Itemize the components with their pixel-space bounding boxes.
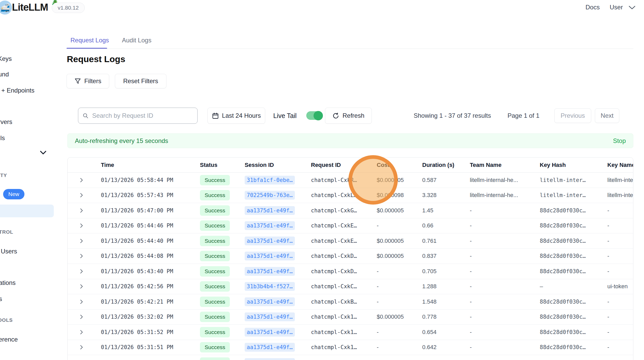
cell-duration: 0.642 [422,344,470,351]
table-row[interactable]: 01/13/2026 05:31:52 PMSuccessaa1375d1-e4… [68,325,633,340]
time-range-label: Last 24 Hours [222,112,261,119]
cell-request-id: chatcmpl-Cxk1… [311,344,377,350]
filter-icon [74,78,81,84]
cell-key-hash: litellm-inter… [540,177,607,183]
cell-team-name: - [470,207,540,214]
status-badge: Success [200,312,230,322]
user-caret-icon[interactable] [628,5,636,10]
session-id-link[interactable]: aa1375d1-e49f… [245,343,295,352]
session-id-link[interactable]: aa1375d1-e49f… [245,206,295,215]
cell-key-name: - [607,329,633,336]
top-bar: 🚅 LiteLLM 🎄 v1.80.12 Docs User [0,0,644,15]
user-menu[interactable]: User [610,4,623,11]
reset-filters-button[interactable]: Reset Filters [115,74,166,88]
search-input[interactable] [92,112,193,120]
docs-link[interactable]: Docs [586,4,600,11]
table-row[interactable]: 01/13/2026 05:44:08 PMSuccessaa1375d1-e4… [68,249,633,264]
cell-request-id: chatcmpl-CxkE… [311,222,377,229]
session-id-link[interactable]: aa1375d1-e49f… [245,297,295,306]
expand-row-button[interactable] [68,177,101,183]
previous-page-button[interactable]: Previous [554,108,591,123]
sidebar-item-playground[interactable]: und [0,71,9,78]
col-cost: Cost [377,162,422,168]
expand-row-button[interactable] [68,314,101,320]
expand-row-icon [78,253,84,259]
cell-session-id: aa1375d1-e49f… [245,206,311,215]
session-id-link[interactable]: 7022549b-763e… [245,191,295,200]
refresh-button[interactable]: Refresh [325,108,372,124]
table-row[interactable]: 01/13/2026 05:31:51 PMSuccessaa1375d1-e4… [68,340,633,355]
sidebar-item-keys[interactable]: Keys [0,55,12,62]
expand-row-button[interactable] [68,207,101,214]
cell-key-hash: 88dc28d0f030c… [540,238,607,244]
sidebar-item-selected-logs[interactable] [0,205,54,217]
cell-request-id: chatcmpl-CxkC… [311,283,377,290]
page-indicator: Page 1 of 1 [508,112,539,119]
expand-row-button[interactable] [68,283,101,290]
next-page-button[interactable]: Next [595,108,619,123]
cell-cost: - [377,222,422,229]
cell-cost: - [377,298,422,305]
cell-key-hash: 88dc28d0f030c… [540,207,607,214]
table-row[interactable]: 01/13/2026 05:44:40 PMSuccessaa1375d1-e4… [68,233,633,249]
table-row[interactable]: 01/13/2026 05:43:40 PMSuccessaa1375d1-e4… [68,264,633,279]
cell-key-hash: 88dc28d0f030c… [540,268,607,274]
auto-refresh-banner: Auto-refreshing every 15 seconds Stop [67,133,633,148]
cell-duration: 1.548 [422,298,470,305]
session-id-link[interactable]: aa1375d1-e49f… [245,252,295,260]
sidebar-item-servers[interactable]: rvers [0,118,12,126]
expand-row-button[interactable] [68,222,101,229]
session-id-link[interactable]: aa1375d1-e49f… [245,237,295,245]
cell-key-name: - [607,238,633,244]
status-badge: Success [200,175,230,185]
expand-row-button[interactable] [68,192,101,198]
sidebar-item-models-endpoints[interactable]: + Endpoints [1,87,34,94]
chevron-down-icon[interactable] [40,150,47,155]
brand-title[interactable]: LiteLLM [12,2,48,13]
expand-row-button[interactable] [68,344,101,350]
expand-row-button[interactable] [68,268,101,274]
time-range-button[interactable]: Last 24 Hours [207,108,265,124]
session-id-link[interactable]: 31bfa1cf-0ebe… [245,176,295,185]
session-id-link[interactable]: aa1375d1-e49f… [245,328,295,337]
expand-row-icon [78,177,84,183]
session-id-link[interactable]: aa1375d1-e49f… [245,312,295,321]
status-badge: Success [200,281,230,292]
tab-request-logs[interactable]: Request Logs [70,37,109,44]
table-row[interactable]: 01/13/2026 05:44:46 PMSuccessaa1375d1-e4… [68,218,633,234]
sidebar-item-organizations[interactable]: ations [0,279,16,286]
cell-key-name: - [607,207,633,214]
version-badge: v1.80.12 [52,3,85,13]
table-row[interactable]: 01/13/2026 05:58:44 PMSuccess31bfa1cf-0e… [68,173,633,188]
tab-audit-logs[interactable]: Audit Logs [122,37,151,44]
sidebar-item-inference[interactable]: erence [0,336,18,343]
sidebar-item-users[interactable]: Users [1,248,17,255]
live-tail-toggle[interactable] [306,111,322,120]
stop-auto-refresh-button[interactable]: Stop [613,137,626,145]
cell-status: Success [200,281,245,292]
cell-cost: $0.000098 [377,192,422,199]
expand-row-button[interactable] [68,238,101,244]
expand-row-button[interactable] [68,299,101,305]
cell-status: Success [200,220,245,231]
cell-request-id: chatcmpl-CxkE… [311,238,377,244]
table-row[interactable]: 01/13/2026 05:32:02 PMSuccessaa1375d1-e4… [68,310,633,325]
table-row[interactable]: 01/13/2026 05:57:43 PMSuccess7022549b-76… [68,188,633,203]
session-id-link[interactable]: aa1375d1-e49f… [245,221,295,230]
table-row[interactable]: 01/13/2026 05:42:21 PMSuccessaa1375d1-e4… [68,294,633,310]
litellm-logo-icon[interactable]: 🚅 [0,1,12,15]
sidebar-item-teams[interactable]: s [0,295,2,303]
expand-row-button[interactable] [68,253,101,259]
session-id-link[interactable]: aa1375d1-e49f… [245,358,295,360]
cell-session-id: aa1375d1-e49f… [245,328,311,337]
filters-button[interactable]: Filters [67,74,109,88]
cell-key-hash: 88dc28d0f030c… [540,314,607,320]
table-row[interactable]: 01/13/2026 05:47:00 PMSuccessaa1375d1-e4… [68,203,633,218]
session-id-link[interactable]: 31b3b4b4-f527… [245,282,295,291]
sidebar-item-guardrails[interactable]: ils [0,134,5,142]
table-row[interactable]: 01/13/2026 05:31:38 PMSuccessaa1375d1-e4… [68,355,633,360]
session-id-link[interactable]: aa1375d1-e49f… [245,267,295,276]
cell-key-hash: – [540,283,607,290]
expand-row-button[interactable] [68,329,101,335]
table-row[interactable]: 01/13/2026 05:42:56 PMSuccess31b3b4b4-f5… [68,279,633,294]
